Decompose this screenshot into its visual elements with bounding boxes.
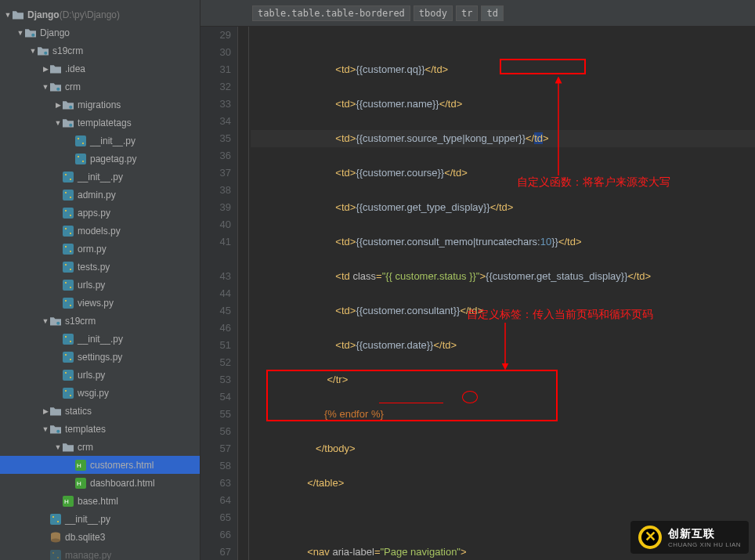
svg-point-33 [65, 300, 67, 302]
line-number[interactable]: 38 [200, 182, 231, 199]
code-line[interactable]: <td>{{customer.date}}</td> [251, 337, 755, 354]
line-number[interactable]: 35 [200, 130, 231, 147]
code-line[interactable]: <td>{{customer.qq}}</td> [251, 61, 755, 78]
line-number[interactable]: 30 [200, 44, 231, 61]
tree-arrow-icon[interactable]: ▼ [53, 443, 63, 451]
code-line[interactable]: </table> [251, 475, 755, 492]
line-number[interactable]: 32 [200, 78, 231, 96]
line-number[interactable]: 64 [200, 492, 231, 509]
line-number[interactable]: 45 [200, 302, 231, 320]
code-line[interactable]: <td>{{customer.get_type_display}}</td> [251, 199, 755, 216]
tree-item--init-py[interactable]: __init__.py [0, 168, 200, 186]
tree-item-s19crm[interactable]: ▼s19crm [0, 42, 200, 60]
line-number[interactable]: 58 [200, 457, 231, 475]
svg-point-19 [70, 215, 71, 216]
tree-item-settings-py[interactable]: settings.py [0, 348, 200, 366]
tree-item-django[interactable]: ▼Django [0, 23, 200, 42]
tree-item-migrations[interactable]: ▶migrations [0, 96, 200, 114]
tree-item-manage-py[interactable]: manage.py [0, 546, 200, 560]
tree-item-dashboard-html[interactable]: Hdashboard.html [0, 474, 200, 492]
code-line[interactable]: </tbody> [251, 440, 755, 457]
code-editor[interactable]: <td>{{customer.qq}}</td> <td>{{customer.… [249, 27, 755, 560]
code-line-current[interactable]: <td>{{customer.source_type|kong_upper}}<… [251, 130, 755, 147]
line-number[interactable]: 44 [200, 285, 231, 302]
tree-arrow-icon[interactable]: ▼ [3, 11, 13, 19]
tree-item-statics[interactable]: ▶statics [0, 402, 200, 420]
tree-item-views-py[interactable]: views.py [0, 294, 200, 312]
line-number[interactable]: 57 [200, 440, 231, 457]
line-number[interactable]: 54 [200, 388, 231, 406]
code-line[interactable]: </tr> [251, 371, 755, 388]
line-number[interactable]: 65 [200, 509, 231, 526]
line-number[interactable]: 41 [200, 233, 231, 251]
tree-item-base-html[interactable]: Hbase.html [0, 492, 200, 510]
line-number[interactable] [200, 251, 231, 268]
project-tree-panel[interactable]: ▼Django (D:\py\Django)▼Django▼s19crm▶.id… [0, 0, 200, 560]
tree-item-urls-py[interactable]: urls.py [0, 276, 200, 294]
line-number[interactable]: 51 [200, 337, 231, 354]
tree-item-templatetags[interactable]: ▼templatetags [0, 114, 200, 132]
line-number[interactable]: 33 [200, 96, 231, 113]
tree-item-s19crm[interactable]: ▼s19crm [0, 312, 200, 330]
tree-arrow-icon[interactable]: ▼ [28, 47, 38, 55]
tree-item-models-py[interactable]: models.py [0, 222, 200, 240]
tree-arrow-icon[interactable]: ▼ [53, 119, 63, 127]
tree-item--init-py[interactable]: __init__.py [0, 132, 200, 150]
tree-arrow-icon[interactable]: ▶ [53, 101, 63, 109]
line-number[interactable]: 40 [200, 216, 231, 233]
line-number[interactable]: 53 [200, 371, 231, 388]
line-number[interactable]: 39 [200, 199, 231, 216]
tree-item--init-py[interactable]: __init__.py [0, 510, 200, 528]
tree-item--init-py[interactable]: __init__.py [0, 330, 200, 348]
tree-item-crm[interactable]: ▼crm [0, 438, 200, 456]
tree-arrow-icon[interactable]: ▼ [16, 29, 25, 37]
fold-column[interactable] [238, 27, 249, 560]
tree-arrow-icon[interactable]: ▶ [41, 407, 50, 415]
line-number[interactable]: 31 [200, 61, 231, 78]
tree-item-crm[interactable]: ▼crm [0, 78, 200, 96]
line-number[interactable]: 43 [200, 268, 231, 285]
line-number[interactable]: 55 [200, 406, 231, 423]
tree-item--idea[interactable]: ▶.idea [0, 60, 200, 78]
tree-item-customers-html[interactable]: Hcustomers.html [0, 456, 200, 474]
line-number[interactable]: 34 [200, 113, 231, 130]
breadcrumb-item[interactable]: table.table.table-bordered [252, 5, 410, 21]
line-number[interactable]: 63 [200, 475, 231, 492]
tree-arrow-icon[interactable]: ▼ [41, 425, 50, 433]
tree-item-db-sqlite3[interactable]: db.sqlite3 [0, 528, 200, 546]
tree-item-templates[interactable]: ▼templates [0, 420, 200, 438]
tree-arrow-icon[interactable]: ▼ [41, 317, 50, 325]
code-line[interactable]: <td>{{customer.course}}</td> [251, 164, 755, 182]
line-number[interactable]: 56 [200, 423, 231, 440]
tree-arrow-icon[interactable]: ▶ [41, 65, 50, 73]
tree-item-django[interactable]: ▼Django (D:\py\Django) [0, 5, 200, 23]
code-line[interactable]: {% endfor %} [251, 406, 755, 423]
line-number-gutter[interactable]: 2930313233343536373839404143444546515253… [200, 27, 238, 560]
code-line[interactable]: <td>{{customer.consult_memo|truncatechar… [251, 233, 755, 251]
line-number[interactable]: 46 [200, 320, 231, 337]
breadcrumb-item[interactable]: tr [456, 5, 478, 21]
py-icon [63, 208, 74, 219]
code-line[interactable]: <td>{{customer.name}}</td> [251, 96, 755, 113]
line-number[interactable]: 36 [200, 147, 231, 164]
tree-item-wsgi-py[interactable]: wsgi.py [0, 384, 200, 402]
tree-item-tests-py[interactable]: tests.py [0, 258, 200, 276]
line-number[interactable]: 37 [200, 164, 231, 182]
folder-icon [50, 63, 61, 74]
breadcrumb-item[interactable]: td [481, 5, 503, 21]
code-line[interactable]: <td class="{{ customer.status }}">{{cust… [251, 268, 755, 285]
annotation-underline-1 [379, 403, 443, 403]
line-number[interactable]: 67 [200, 544, 231, 560]
tree-arrow-icon[interactable]: ▼ [41, 83, 50, 91]
tree-item-apps-py[interactable]: apps.py [0, 204, 200, 222]
tree-item-pagetag-py[interactable]: pagetag.py [0, 150, 200, 168]
tree-item-admin-py[interactable]: admin.py [0, 186, 200, 204]
line-number[interactable]: 66 [200, 526, 231, 544]
code-line[interactable]: <td>{{customer.consultant}}</td> [251, 302, 755, 320]
breadcrumb-item[interactable]: tbody [414, 5, 453, 21]
tree-item-urls-py[interactable]: urls.py [0, 366, 200, 384]
tree-item-orm-py[interactable]: orm.py [0, 240, 200, 258]
tree-label: customers.html [90, 460, 154, 471]
line-number[interactable]: 29 [200, 27, 231, 44]
line-number[interactable]: 52 [200, 354, 231, 371]
